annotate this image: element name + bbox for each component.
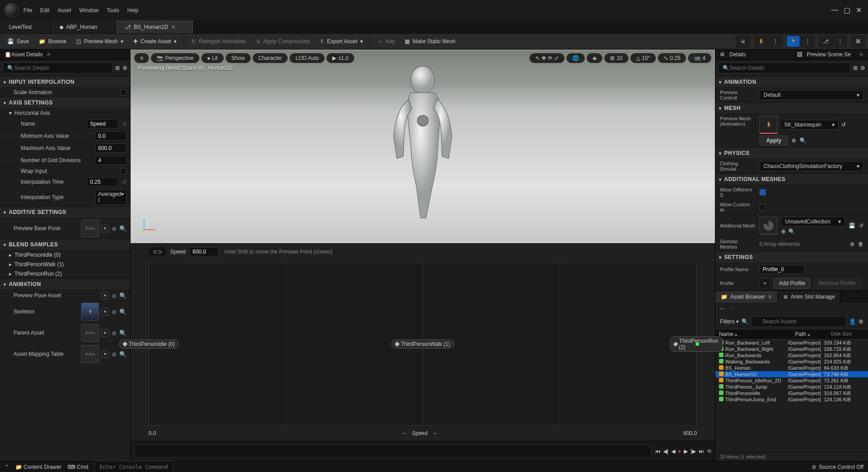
use-selected-icon[interactable]: ⊕ <box>112 292 117 299</box>
use-selected-icon[interactable]: ⊕ <box>791 137 796 144</box>
back-icon[interactable]: ← <box>720 305 725 312</box>
tab-close-icon[interactable]: ✕ <box>171 24 176 30</box>
browse-to-icon[interactable]: 🔍 <box>119 292 127 299</box>
col-size[interactable]: Disk Size <box>827 329 868 339</box>
save-icon[interactable]: 💾 <box>849 222 855 229</box>
timeline-scrubber[interactable] <box>134 445 651 458</box>
section-mesh-r[interactable]: ▾MESH <box>715 102 868 113</box>
playback-speed-dropdown[interactable]: ▶x1.0 <box>326 53 354 63</box>
export-asset-button[interactable]: ⇪Export Asset▾ <box>315 36 367 46</box>
view-options-icon[interactable]: ⊞ <box>115 65 120 71</box>
use-selected-icon[interactable]: ⊕ <box>112 225 117 232</box>
asset-thumbnail[interactable]: None <box>81 345 99 363</box>
to-start-icon[interactable]: ⏮ <box>655 448 660 454</box>
checkbox[interactable] <box>120 168 127 174</box>
col-name[interactable]: Name ▴ <box>715 329 791 339</box>
dropdown-icon[interactable]: ⋮ <box>769 36 782 47</box>
asset-picker-dropdown[interactable]: ▾ <box>101 350 109 358</box>
browse-to-icon[interactable]: 🔍 <box>119 330 127 336</box>
loop-icon[interactable]: ⟲ <box>707 448 711 454</box>
transform-tools[interactable]: ↖ ✥ ⟳ ⤢ <box>529 53 565 63</box>
console-input[interactable] <box>95 461 173 472</box>
asset-thumbnail[interactable]: None <box>81 324 99 342</box>
use-selected-icon[interactable]: ⊕ <box>112 330 117 336</box>
reset-icon[interactable]: ↺ <box>122 179 127 185</box>
use-selected-icon[interactable]: ⊕ <box>112 309 117 315</box>
interp-type-dropdown[interactable]: Averaged I▾ <box>95 190 127 205</box>
snap-toggle[interactable]: ◈ <box>587 53 602 63</box>
asset-row[interactable]: ThirdPerson_IdleRun_2D/Game/Project(73.2… <box>715 377 868 384</box>
rotation-snap[interactable]: △10° <box>630 53 656 63</box>
preview-mesh-button[interactable]: ◫Preview Mesh▾ <box>72 36 127 46</box>
blueprint-mode-icon[interactable]: ⎇ <box>819 36 832 47</box>
clothing-sim-dropdown[interactable]: ChaosClothingSimulationFactory▾ <box>760 161 863 171</box>
camera-speed[interactable]: 📹4 <box>688 53 711 63</box>
checkbox[interactable] <box>760 204 766 210</box>
add-element-icon[interactable]: ⊕ <box>850 241 854 247</box>
asset-picker-dropdown[interactable]: ▾ <box>101 308 109 316</box>
mesh-thumbnail[interactable] <box>760 217 778 235</box>
view-options-icon[interactable]: ⊞ <box>853 65 858 71</box>
preview-controller-dropdown[interactable]: Default▾ <box>760 90 863 100</box>
asset-row[interactable]: ThirdPerson_Jump/Game/Project(124.118 Ki… <box>715 384 868 390</box>
gear-icon[interactable]: ⚙ <box>859 318 863 325</box>
section-input-interpolation[interactable]: ▾INPUT INTERPOLATION <box>0 76 130 87</box>
checkbox[interactable] <box>120 89 127 95</box>
tab-abp-human[interactable]: ◆ABP_Human <box>50 20 116 33</box>
reset-icon[interactable]: ↺ <box>841 122 846 128</box>
asset-details-tab[interactable]: 📋 Asset Details ✕ <box>0 50 130 60</box>
lod-dropdown[interactable]: LOD Auto <box>289 53 325 63</box>
record-icon[interactable]: ● <box>678 448 681 454</box>
viewport-menu-button[interactable]: ≡ <box>134 53 149 63</box>
asset-table-body[interactable]: Run_Backward_Left/Game/Project(339.194 K… <box>715 340 868 452</box>
close-icon[interactable]: ✕ <box>856 6 862 14</box>
browse-to-icon[interactable]: 🔍 <box>800 137 806 144</box>
speed-input[interactable] <box>190 247 218 256</box>
dropdown-icon[interactable]: ⋮ <box>801 36 814 47</box>
lit-dropdown[interactable]: ●Lit <box>201 53 224 63</box>
scale-snap[interactable]: ⤡0.25 <box>658 53 686 63</box>
blend-sample-2[interactable]: ▸ThirdPersonRun (2) <box>0 269 130 278</box>
content-drawer-button[interactable]: 📁 Content Drawer <box>15 464 61 470</box>
section-settings-r[interactable]: ▾SETTINGS <box>715 251 868 263</box>
section-blend-samples[interactable]: ▾BLEND SAMPLES <box>0 239 130 250</box>
close-icon[interactable]: ✕ <box>768 294 772 300</box>
menu-file[interactable]: File <box>23 7 32 14</box>
animation-mode-icon[interactable]: 🏃 <box>787 36 800 47</box>
step-forward-icon[interactable]: |▶ <box>691 448 696 454</box>
browse-to-icon[interactable]: 🔍 <box>788 228 795 235</box>
asset-thumbnail[interactable]: None <box>81 219 99 237</box>
max-axis-input[interactable] <box>95 144 127 153</box>
grid-snap[interactable]: ⊞10 <box>604 53 628 63</box>
filters-dropdown[interactable]: Filters ▾ <box>720 318 739 325</box>
browse-button[interactable]: 📁Browse <box>34 36 71 46</box>
details-scroll[interactable]: ▾INPUT INTERPOLATION Scale Animation ▾AX… <box>0 76 130 461</box>
forward-icon[interactable]: → <box>730 305 735 312</box>
asset-row[interactable]: BS_Human/Game/Project(84.633 KiB <box>715 365 868 371</box>
asset-row[interactable]: BS_Human1D/Game/Project(73.748 KiB <box>715 371 868 377</box>
apply-button[interactable]: Apply <box>760 136 788 145</box>
tab-details[interactable]: Details <box>729 51 746 58</box>
profile-name-input[interactable] <box>760 265 805 274</box>
section-animation[interactable]: ▾ANIMATION <box>0 278 130 290</box>
browse-to-icon[interactable]: 🔍 <box>119 225 127 232</box>
section-additional-meshes[interactable]: ▾ADDITIONAL MESHES <box>715 173 868 185</box>
gear-icon[interactable]: ⚙ <box>860 65 865 71</box>
viewport[interactable]: ≡ 📷Perspective ●Lit Show Character LOD A… <box>131 50 715 243</box>
preview-drive-toggle[interactable]: ⊂⊃ <box>149 247 167 256</box>
mesh-mode-icon[interactable]: 🧍 <box>755 36 767 47</box>
skeleton-thumbnail[interactable]: 🧍 <box>81 303 99 321</box>
asset-row[interactable]: Walking_Backwards/Game/Project(224.825 K… <box>715 359 868 365</box>
tab-anim-slot-manager[interactable]: ≣Anim Slot Manage <box>778 291 841 303</box>
grid-div-input[interactable] <box>95 156 127 165</box>
remove-profile-button[interactable]: Remove Profile <box>814 278 861 289</box>
add-profile-button[interactable]: Add Profile <box>774 278 810 289</box>
section-animation-r[interactable]: ▾ANIMATION <box>715 76 868 87</box>
clear-array-icon[interactable]: 🗑 <box>858 241 863 247</box>
preview-point[interactable] <box>696 342 699 346</box>
asset-row[interactable]: Run_Backward_Right/Game/Project(338.715 … <box>715 346 868 352</box>
profile-dropdown[interactable]: ▾ <box>760 278 770 288</box>
use-selected-icon[interactable]: ⊕ <box>112 351 117 358</box>
dropdown-icon[interactable]: ⋮ <box>834 36 846 47</box>
create-asset-button[interactable]: ✚Create Asset▾ <box>129 36 181 46</box>
